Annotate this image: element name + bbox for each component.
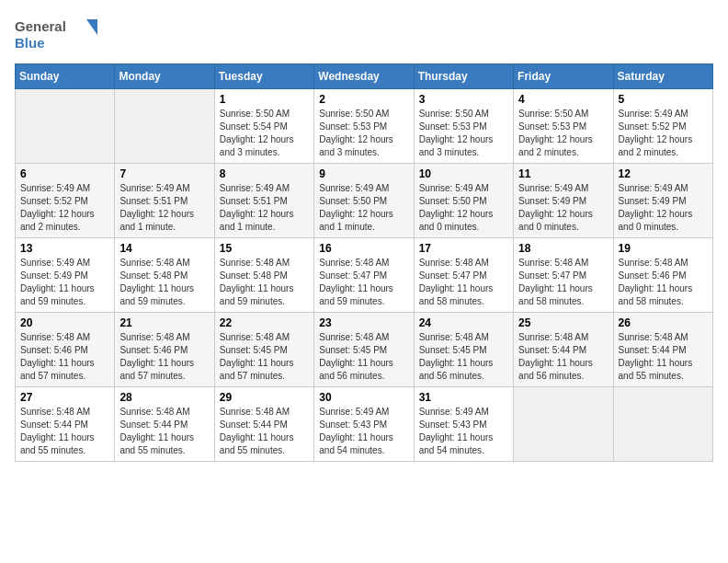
day-detail: Sunrise: 5:50 AMSunset: 5:54 PMDaylight:…	[220, 108, 309, 159]
weekday-header: Saturday	[613, 64, 712, 89]
day-detail: Sunrise: 5:48 AMSunset: 5:47 PMDaylight:…	[319, 257, 408, 308]
weekday-header: Friday	[514, 64, 613, 89]
day-number: 1	[220, 93, 309, 106]
calendar-cell: 24Sunrise: 5:48 AMSunset: 5:45 PMDayligh…	[414, 313, 513, 387]
calendar-cell: 23Sunrise: 5:48 AMSunset: 5:45 PMDayligh…	[314, 313, 414, 387]
day-number: 13	[20, 242, 109, 255]
calendar-cell: 4Sunrise: 5:50 AMSunset: 5:53 PMDaylight…	[514, 89, 613, 164]
day-number: 17	[419, 242, 508, 255]
calendar-cell: 27Sunrise: 5:48 AMSunset: 5:44 PMDayligh…	[16, 387, 115, 462]
calendar-cell: 11Sunrise: 5:49 AMSunset: 5:49 PMDayligh…	[514, 164, 613, 238]
calendar-week-row: 27Sunrise: 5:48 AMSunset: 5:44 PMDayligh…	[16, 387, 713, 462]
day-detail: Sunrise: 5:50 AMSunset: 5:53 PMDaylight:…	[518, 108, 608, 159]
calendar-cell: 12Sunrise: 5:49 AMSunset: 5:49 PMDayligh…	[613, 164, 712, 238]
calendar-cell: 13Sunrise: 5:49 AMSunset: 5:49 PMDayligh…	[16, 238, 115, 313]
day-detail: Sunrise: 5:48 AMSunset: 5:44 PMDaylight:…	[220, 406, 309, 457]
svg-text:Blue: Blue	[15, 35, 45, 51]
calendar-cell: 29Sunrise: 5:48 AMSunset: 5:44 PMDayligh…	[214, 387, 313, 462]
day-number: 12	[619, 167, 708, 180]
day-detail: Sunrise: 5:50 AMSunset: 5:53 PMDaylight:…	[319, 108, 408, 159]
day-number: 30	[319, 391, 408, 404]
day-number: 19	[619, 242, 708, 255]
day-number: 18	[518, 242, 608, 255]
calendar-cell: 2Sunrise: 5:50 AMSunset: 5:53 PMDaylight…	[314, 89, 414, 164]
day-detail: Sunrise: 5:50 AMSunset: 5:53 PMDaylight:…	[419, 108, 508, 159]
calendar-cell: 28Sunrise: 5:48 AMSunset: 5:44 PMDayligh…	[115, 387, 214, 462]
day-detail: Sunrise: 5:49 AMSunset: 5:50 PMDaylight:…	[319, 182, 408, 234]
day-detail: Sunrise: 5:48 AMSunset: 5:48 PMDaylight:…	[220, 257, 309, 308]
calendar-cell: 9Sunrise: 5:49 AMSunset: 5:50 PMDaylight…	[314, 164, 414, 238]
calendar-cell: 30Sunrise: 5:49 AMSunset: 5:43 PMDayligh…	[314, 387, 414, 462]
day-detail: Sunrise: 5:48 AMSunset: 5:44 PMDaylight:…	[119, 406, 209, 457]
day-number: 16	[319, 242, 408, 255]
day-number: 29	[220, 391, 309, 404]
svg-marker-2	[86, 19, 97, 35]
weekday-header: Thursday	[414, 64, 513, 89]
day-number: 25	[518, 316, 608, 329]
day-detail: Sunrise: 5:48 AMSunset: 5:48 PMDaylight:…	[119, 257, 209, 308]
calendar-cell: 5Sunrise: 5:49 AMSunset: 5:52 PMDaylight…	[613, 89, 712, 164]
weekday-header: Monday	[115, 64, 214, 89]
day-number: 3	[419, 93, 508, 106]
svg-text:General: General	[15, 18, 66, 34]
day-detail: Sunrise: 5:49 AMSunset: 5:51 PMDaylight:…	[119, 182, 209, 234]
day-detail: Sunrise: 5:49 AMSunset: 5:50 PMDaylight:…	[419, 182, 508, 234]
calendar-cell: 25Sunrise: 5:48 AMSunset: 5:44 PMDayligh…	[514, 313, 613, 387]
day-number: 2	[319, 93, 408, 106]
calendar-week-row: 13Sunrise: 5:49 AMSunset: 5:49 PMDayligh…	[16, 238, 713, 313]
page-header: General Blue	[15, 15, 713, 56]
day-number: 20	[20, 316, 109, 329]
calendar-cell: 15Sunrise: 5:48 AMSunset: 5:48 PMDayligh…	[214, 238, 313, 313]
calendar-cell: 17Sunrise: 5:48 AMSunset: 5:47 PMDayligh…	[414, 238, 513, 313]
day-detail: Sunrise: 5:48 AMSunset: 5:44 PMDaylight:…	[619, 331, 708, 383]
calendar-cell: 7Sunrise: 5:49 AMSunset: 5:51 PMDaylight…	[115, 164, 214, 238]
day-number: 6	[20, 167, 109, 180]
day-number: 26	[619, 316, 708, 329]
day-number: 7	[119, 167, 209, 180]
calendar-cell: 6Sunrise: 5:49 AMSunset: 5:52 PMDaylight…	[16, 164, 115, 238]
day-detail: Sunrise: 5:49 AMSunset: 5:51 PMDaylight:…	[220, 182, 309, 234]
day-detail: Sunrise: 5:48 AMSunset: 5:46 PMDaylight:…	[619, 257, 708, 308]
day-number: 14	[119, 242, 209, 255]
day-number: 4	[518, 93, 608, 106]
calendar-cell: 14Sunrise: 5:48 AMSunset: 5:48 PMDayligh…	[115, 238, 214, 313]
day-number: 31	[419, 391, 508, 404]
calendar-header-row: SundayMondayTuesdayWednesdayThursdayFrid…	[16, 64, 713, 89]
day-detail: Sunrise: 5:48 AMSunset: 5:45 PMDaylight:…	[220, 331, 309, 383]
day-number: 9	[319, 167, 408, 180]
day-detail: Sunrise: 5:49 AMSunset: 5:49 PMDaylight:…	[518, 182, 608, 234]
calendar-cell: 22Sunrise: 5:48 AMSunset: 5:45 PMDayligh…	[214, 313, 313, 387]
calendar-cell: 18Sunrise: 5:48 AMSunset: 5:47 PMDayligh…	[514, 238, 613, 313]
day-number: 21	[119, 316, 209, 329]
day-detail: Sunrise: 5:49 AMSunset: 5:52 PMDaylight:…	[20, 182, 109, 234]
logo: General Blue	[15, 15, 97, 56]
day-number: 27	[20, 391, 109, 404]
day-detail: Sunrise: 5:49 AMSunset: 5:43 PMDaylight:…	[419, 406, 508, 457]
day-number: 28	[119, 391, 209, 404]
calendar-cell	[514, 387, 613, 462]
day-detail: Sunrise: 5:49 AMSunset: 5:49 PMDaylight:…	[619, 182, 708, 234]
weekday-header: Sunday	[16, 64, 115, 89]
calendar-cell: 16Sunrise: 5:48 AMSunset: 5:47 PMDayligh…	[314, 238, 414, 313]
day-number: 15	[220, 242, 309, 255]
day-detail: Sunrise: 5:49 AMSunset: 5:52 PMDaylight:…	[619, 108, 708, 159]
calendar-week-row: 1Sunrise: 5:50 AMSunset: 5:54 PMDaylight…	[16, 89, 713, 164]
day-detail: Sunrise: 5:49 AMSunset: 5:43 PMDaylight:…	[319, 406, 408, 457]
calendar-cell: 21Sunrise: 5:48 AMSunset: 5:46 PMDayligh…	[115, 313, 214, 387]
day-detail: Sunrise: 5:48 AMSunset: 5:45 PMDaylight:…	[419, 331, 508, 383]
calendar-week-row: 6Sunrise: 5:49 AMSunset: 5:52 PMDaylight…	[16, 164, 713, 238]
day-number: 23	[319, 316, 408, 329]
day-detail: Sunrise: 5:48 AMSunset: 5:45 PMDaylight:…	[319, 331, 408, 383]
calendar-cell	[16, 89, 115, 164]
weekday-header: Wednesday	[314, 64, 414, 89]
calendar-cell: 31Sunrise: 5:49 AMSunset: 5:43 PMDayligh…	[414, 387, 513, 462]
calendar-cell	[115, 89, 214, 164]
day-detail: Sunrise: 5:48 AMSunset: 5:47 PMDaylight:…	[518, 257, 608, 308]
weekday-header: Tuesday	[214, 64, 313, 89]
calendar-cell: 26Sunrise: 5:48 AMSunset: 5:44 PMDayligh…	[613, 313, 712, 387]
day-detail: Sunrise: 5:48 AMSunset: 5:47 PMDaylight:…	[419, 257, 508, 308]
calendar-table: SundayMondayTuesdayWednesdayThursdayFrid…	[15, 63, 713, 462]
day-detail: Sunrise: 5:48 AMSunset: 5:44 PMDaylight:…	[20, 406, 109, 457]
day-number: 11	[518, 167, 608, 180]
calendar-body: 1Sunrise: 5:50 AMSunset: 5:54 PMDaylight…	[16, 89, 713, 462]
